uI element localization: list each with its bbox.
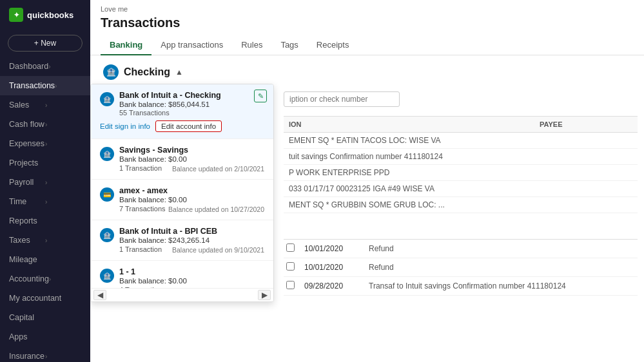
row-description: P WORK ENTERPRISE PPD — [284, 168, 534, 177]
chevron-right-icon: › — [45, 179, 81, 186]
edit-pencil-icon[interactable]: ✎ — [254, 90, 267, 102]
table-row[interactable]: EMENT SQ * EATIN TACOS LOC: WISE VA — [284, 133, 638, 149]
sidebar-item-my-accountant[interactable]: My accountant — [0, 289, 90, 308]
edit-sign-in-link[interactable]: Edit sign in info — [100, 122, 150, 130]
main-content: Love me Transactions Banking App transac… — [90, 0, 644, 362]
bank-balance: Bank balance: $0.00 — [119, 155, 264, 163]
col-header-payee: PAYEE — [534, 120, 638, 128]
bank-name: Savings - Savings — [119, 146, 264, 155]
tab-app-transactions[interactable]: App transactions — [151, 35, 232, 55]
table-row[interactable]: 10/01/2020 Refund — [284, 258, 638, 277]
sidebar-item-mileage[interactable]: Mileage — [0, 250, 90, 269]
sidebar-item-cashflow[interactable]: Cash flow › — [0, 115, 90, 134]
tab-rules[interactable]: Rules — [232, 35, 271, 55]
chevron-right-icon: › — [45, 237, 81, 244]
tab-receipts[interactable]: Receipts — [307, 35, 358, 55]
sidebar-nav: Dashboard › Transactions › Sales › Cash … — [0, 57, 90, 362]
sidebar: ✦ quickbooks + New Dashboard › Transacti… — [0, 0, 90, 362]
chevron-right-icon: › — [48, 63, 81, 70]
row-description: EMENT SQ * EATIN TACOS LOC: WISE VA — [284, 136, 534, 145]
bank-icon-sm: 🏦 — [100, 228, 114, 242]
tab-bar: Banking App transactions Rules Tags Rece… — [101, 35, 634, 55]
row-description: MENT SQ * GRUBBIN SOME GRUB LOC: ... — [284, 200, 534, 209]
bank-name: Bank of Intuit a - Checking — [119, 91, 264, 100]
sidebar-item-accounting[interactable]: Accounting › — [0, 269, 90, 289]
content-area: 🏦 Checking ▲ 🏦 Bank of Intuit a - Checki… — [90, 55, 644, 362]
row-checkbox[interactable] — [286, 243, 295, 252]
bank-name: Bank of Intuit a - BPI CEB — [119, 227, 264, 236]
row-description: 033 01/17/17 00023125 IGA #49 WISE VA — [284, 184, 534, 193]
breadcrumb: Love me — [101, 5, 634, 13]
sidebar-logo: ✦ quickbooks — [0, 0, 90, 30]
table-row[interactable]: tuit savings Confirmation number 4111801… — [284, 149, 638, 165]
bank-update-date: Balance updated on 9/10/2021 — [172, 246, 264, 254]
sidebar-item-expenses[interactable]: Expenses › — [0, 134, 90, 153]
chevron-up-icon: ▲ — [175, 68, 183, 77]
tab-banking[interactable]: Banking — [101, 35, 151, 55]
row-description: tuit savings Confirmation number 4111801… — [284, 152, 534, 161]
sidebar-item-time[interactable]: Time › — [0, 192, 90, 211]
row-date: 10/01/2020 — [299, 263, 364, 272]
account-item-amex[interactable]: 💳 amex - amex Bank balance: $0.00 7 Tran… — [91, 180, 273, 220]
row-date: 10/01/2020 — [299, 244, 364, 253]
bank-transactions: 1 Transaction — [119, 245, 162, 253]
dropdown-scroll-controls: ◀ ▶ — [91, 288, 273, 301]
table-row[interactable]: 10/01/2020 Refund — [284, 240, 638, 258]
sidebar-item-apps[interactable]: Apps — [0, 327, 90, 347]
col-header-description: ION — [284, 120, 534, 128]
sidebar-item-projects[interactable]: Projects — [0, 153, 90, 173]
chevron-right-icon: › — [45, 140, 81, 148]
row-checkbox[interactable] — [286, 281, 295, 289]
search-input[interactable] — [284, 91, 400, 107]
row-checkbox[interactable] — [286, 262, 295, 271]
bank-update-date: Balance updated on 10/27/2020 — [168, 205, 264, 213]
table-header-right: ION PAYEE — [284, 116, 638, 133]
chevron-right-icon: › — [49, 276, 81, 283]
new-button[interactable]: + New — [8, 35, 83, 52]
bank-balance: Bank balance: $856,044.51 — [119, 100, 264, 108]
account-item-checking[interactable]: 🏦 Bank of Intuit a - Checking Bank balan… — [91, 84, 273, 139]
chevron-right-icon: › — [55, 82, 81, 90]
sidebar-item-transactions[interactable]: Transactions › — [0, 76, 90, 95]
transactions-panel: ION PAYEE EMENT SQ * EATIN TACOS LOC: WI… — [284, 88, 638, 362]
chevron-right-icon: › — [45, 102, 81, 109]
checking-header[interactable]: 🏦 Checking ▲ — [103, 64, 631, 80]
account-item-bpi-ceb[interactable]: 🏦 Bank of Intuit a - BPI CEB Bank balanc… — [91, 220, 273, 261]
bank-icon-sm: 🏦 — [100, 147, 114, 161]
bank-balance: Bank balance: $243,265.14 — [119, 236, 264, 244]
chevron-right-icon: › — [45, 121, 81, 128]
transactions-table: EMENT SQ * EATIN TACOS LOC: WISE VA tuit… — [284, 133, 638, 213]
bank-icon-sm: 🏦 — [100, 269, 114, 283]
search-row — [284, 88, 638, 111]
checking-title: Checking — [124, 66, 170, 78]
sidebar-item-sales[interactable]: Sales › — [0, 95, 90, 115]
chevron-right-icon: › — [45, 353, 81, 360]
edit-account-button[interactable]: Edit account info — [155, 120, 222, 132]
page-title: Transactions — [101, 15, 634, 30]
row-description: Transaf to Intuit savings Confirmation n… — [364, 281, 638, 291]
table-row[interactable]: 033 01/17/17 00023125 IGA #49 WISE VA — [284, 181, 638, 197]
bank-name: amex - amex — [119, 186, 264, 195]
account-dropdown: 🏦 Bank of Intuit a - Checking Bank balan… — [90, 84, 274, 302]
bank-icon-sm: 💳 — [100, 187, 114, 202]
sidebar-logo-text: quickbooks — [27, 10, 73, 20]
bank-icon-sm: 🏦 — [100, 92, 114, 106]
bank-balance: Bank balance: $0.00 — [119, 196, 264, 204]
sidebar-item-reports[interactable]: Reports — [0, 211, 90, 231]
table-row[interactable]: MENT SQ * GRUBBIN SOME GRUB LOC: ... — [284, 197, 638, 213]
account-item-savings[interactable]: 🏦 Savings - Savings Bank balance: $0.00 … — [91, 139, 273, 180]
sidebar-item-dashboard[interactable]: Dashboard › — [0, 57, 90, 76]
sidebar-item-insurance[interactable]: Insurance › — [0, 347, 90, 362]
sidebar-item-taxes[interactable]: Taxes › — [0, 231, 90, 250]
scroll-left-button[interactable]: ◀ — [93, 290, 106, 300]
table-row[interactable]: P WORK ENTERPRISE PPD — [284, 165, 638, 181]
bank-transactions: 1 Transaction — [119, 164, 162, 172]
table-row[interactable]: 09/28/2020 Transaf to Intuit savings Con… — [284, 277, 638, 296]
bottom-rows: 10/01/2020 Refund 10/01/2020 Refund 09/2… — [284, 239, 638, 296]
tab-tags[interactable]: Tags — [271, 35, 307, 55]
quickbooks-logo-icon: ✦ — [9, 8, 23, 22]
scroll-right-button[interactable]: ▶ — [258, 290, 271, 300]
sidebar-item-capital[interactable]: Capital — [0, 308, 90, 327]
sidebar-item-payroll[interactable]: Payroll › — [0, 173, 90, 192]
edit-actions: Edit sign in info Edit account info — [100, 120, 264, 132]
